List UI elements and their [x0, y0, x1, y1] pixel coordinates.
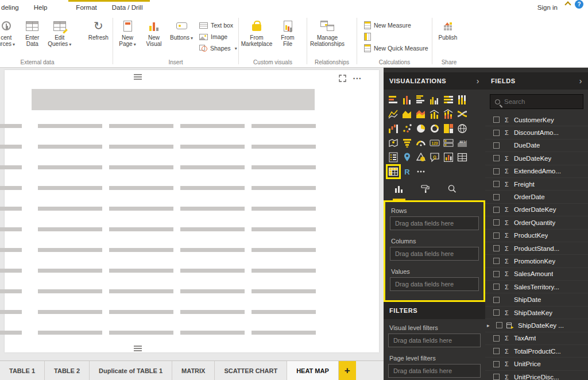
report-canvas[interactable]: •••	[0, 68, 384, 360]
field-checkbox[interactable]	[493, 207, 500, 213]
field-item-promotionkey[interactable]: ΣPromotionKey	[485, 255, 588, 267]
collapse-fields-icon[interactable]: ›	[579, 76, 582, 86]
from-file-button[interactable]: FromFile	[273, 17, 302, 47]
field-checkbox[interactable]	[493, 142, 500, 149]
field-checkbox[interactable]	[493, 361, 500, 367]
text-box-button[interactable]: Text box	[199, 21, 237, 30]
field-item-orderquantity[interactable]: ΣOrderQuantity	[485, 216, 588, 229]
visualizations-header[interactable]: VISUALIZATIONS ›	[384, 72, 485, 90]
well-dropzone-rows[interactable]: Drag data fields here	[390, 216, 479, 230]
page-tab-table-1[interactable]: TABLE 1	[0, 361, 45, 380]
field-item-productstand[interactable]: ΣProductStand...	[485, 242, 588, 255]
field-item-shipdatekey[interactable]: ΣShipDateKey	[485, 307, 588, 319]
viz-icon-area-chart[interactable]	[401, 108, 413, 120]
field-checkbox[interactable]	[493, 168, 500, 175]
field-checkbox[interactable]	[493, 117, 500, 123]
collapse-ribbon-icon[interactable]	[564, 1, 571, 7]
help-icon[interactable]: ?	[575, 0, 583, 9]
field-checkbox[interactable]	[493, 271, 500, 277]
viz-icon-filled-map[interactable]	[388, 137, 399, 149]
field-checkbox[interactable]	[493, 155, 500, 161]
new-page-button[interactable]: NewPage▾	[114, 17, 141, 53]
page-tab-heat-map[interactable]: HEAT MAP	[287, 361, 339, 380]
manage-relationships-button[interactable]: ManageRelationships	[308, 17, 346, 47]
field-item-freight[interactable]: ΣFreight	[485, 178, 588, 191]
field-checkbox[interactable]	[493, 194, 500, 200]
field-checkbox[interactable]	[493, 284, 500, 290]
viz-icon-map[interactable]	[457, 123, 468, 134]
viz-icon-custom-visual[interactable]	[443, 152, 454, 163]
page-tab-duplicate-of-table-1[interactable]: Duplicate of TABLE 1	[90, 361, 172, 380]
new-column-button[interactable]	[364, 32, 431, 41]
viz-icon-arcgis-map[interactable]	[401, 152, 413, 163]
field-item-extendedamo[interactable]: ΣExtendedAmo...	[485, 165, 588, 178]
field-item-unitpricedisc[interactable]: ΣUnitPriceDisc...	[485, 371, 588, 380]
viz-icon-scatter-chart[interactable]	[401, 123, 413, 134]
visual-drag-handle-top[interactable]	[134, 74, 142, 80]
viz-icon-donut-chart[interactable]	[429, 123, 440, 134]
ribbon-tab-modeling[interactable]: deling	[0, 0, 26, 15]
viz-icon-kpi[interactable]: 123	[457, 137, 468, 149]
new-visual-button[interactable]: NewVisual	[141, 17, 167, 53]
field-checkbox[interactable]	[493, 258, 500, 264]
field-checkbox[interactable]	[493, 309, 500, 316]
viz-icon-stacked-area-chart[interactable]	[415, 108, 427, 120]
ribbon-tab-help[interactable]: Help	[26, 0, 55, 15]
page-tab-matrix[interactable]: MATRIX	[172, 361, 215, 380]
viz-icon-matrix[interactable]	[388, 166, 399, 177]
visual-more-options-icon[interactable]: •••	[353, 76, 362, 82]
new-measure-button[interactable]: New Measure	[364, 21, 431, 30]
ribbon-tab-format[interactable]: Format	[68, 0, 104, 15]
field-checkbox[interactable]	[493, 232, 500, 239]
ribbon-tab-data-drill[interactable]: Data / Drill	[105, 0, 150, 15]
field-checkbox[interactable]	[493, 297, 500, 303]
viz-pane-tab-fields[interactable]	[393, 184, 405, 200]
field-item-duedatekey[interactable]: ΣDueDateKey	[485, 152, 588, 165]
viz-icon-stacked-bar-chart[interactable]	[388, 94, 399, 106]
viz-icon-table[interactable]	[457, 152, 468, 163]
field-item-totalproductc[interactable]: ΣTotalProductC...	[485, 345, 588, 358]
image-button[interactable]: Image	[199, 32, 237, 41]
page-tab-scatter-chart[interactable]: SCATTER CHART	[215, 361, 287, 380]
collapse-visualizations-icon[interactable]: ›	[477, 76, 479, 86]
viz-icon-r-script[interactable]: R	[401, 166, 413, 177]
viz-icon-line-stacked-column-chart[interactable]	[443, 108, 454, 120]
viz-pane-tab-format[interactable]	[419, 184, 432, 200]
field-item-salesterritory[interactable]: ΣSalesTerritory...	[485, 281, 588, 293]
viz-icon-line-chart[interactable]	[388, 108, 399, 120]
viz-icon-more-visuals[interactable]	[415, 166, 427, 177]
field-checkbox[interactable]	[496, 322, 502, 328]
field-item-duedate[interactable]: DueDate	[485, 139, 588, 152]
viz-icon-funnel[interactable]	[401, 137, 413, 149]
field-checkbox[interactable]	[493, 181, 500, 187]
field-item-unitprice[interactable]: ΣUnitPrice	[485, 358, 588, 370]
new-page-button[interactable]: +	[339, 361, 356, 380]
field-checkbox[interactable]	[493, 130, 500, 136]
viz-icon-100-stacked-bar-chart[interactable]	[443, 94, 454, 106]
field-item-orderdatekey[interactable]: ΣOrderDateKey	[485, 204, 588, 216]
filter-dropzone-1[interactable]: Drag data fields here	[388, 364, 481, 378]
viz-icon-shape-map[interactable]	[415, 152, 427, 163]
enter-data-button[interactable]: EnterData	[20, 17, 46, 48]
search-input[interactable]	[504, 98, 576, 105]
viz-icon-line-clustered-column-chart[interactable]	[429, 108, 440, 120]
fields-header[interactable]: FIELDS ›	[485, 72, 588, 90]
field-item-discountamo[interactable]: ΣDiscountAmo...	[485, 126, 588, 139]
viz-icon-card[interactable]: 123	[429, 137, 440, 149]
viz-icon-waterfall-chart[interactable]	[388, 123, 399, 134]
viz-icon-clustered-bar-chart[interactable]	[415, 94, 427, 106]
field-item-orderdate[interactable]: OrderDate	[485, 191, 588, 203]
viz-icon-slicer[interactable]	[388, 152, 399, 163]
well-dropzone-values[interactable]: Drag data fields here	[390, 277, 479, 291]
edit-queries-button[interactable]: EditQueries▾	[45, 17, 74, 48]
viz-icon-100-stacked-column-chart[interactable]	[457, 94, 468, 106]
from-marketplace-button[interactable]: FromMarketplace	[240, 17, 273, 47]
new-quick-measure-button[interactable]: New Quick Measure	[364, 44, 431, 53]
viz-icon-qa-visual[interactable]: Q	[429, 152, 440, 163]
field-item-customerkey[interactable]: ΣCustomerKey	[485, 114, 588, 126]
field-item-taxamt[interactable]: ΣTaxAmt	[485, 332, 588, 345]
focus-mode-icon[interactable]	[339, 75, 346, 82]
well-dropzone-columns[interactable]: Drag data fields here	[390, 247, 479, 261]
field-checkbox[interactable]	[493, 245, 500, 251]
viz-icon-pie-chart[interactable]	[415, 123, 427, 134]
